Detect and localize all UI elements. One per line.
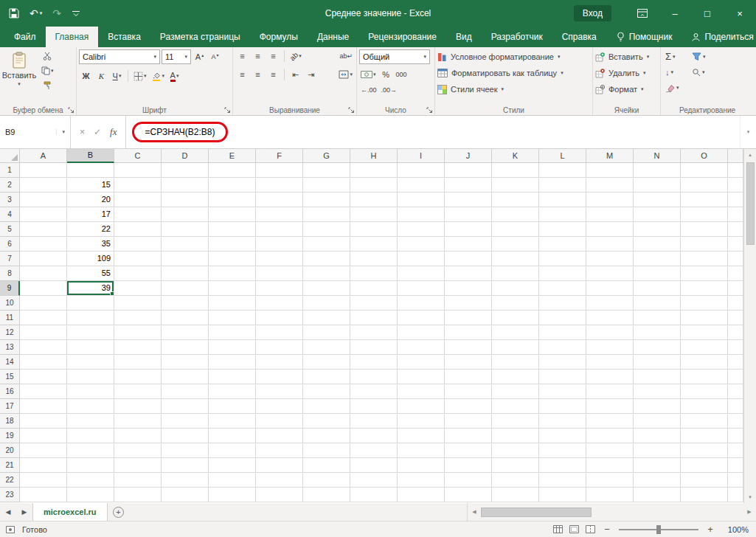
cell-O5[interactable] (681, 222, 728, 237)
cell-K6[interactable] (492, 237, 539, 252)
cell-H8[interactable] (350, 266, 398, 281)
cell-O18[interactable] (681, 414, 728, 429)
cell-I10[interactable] (398, 296, 445, 311)
cell-I3[interactable] (398, 193, 445, 207)
autosum-dropdown-icon[interactable]: ▾ (673, 54, 676, 60)
row-header-23[interactable]: 23 (0, 488, 20, 502)
cell-F15[interactable] (256, 370, 303, 384)
cell-M13[interactable] (586, 340, 634, 355)
cell-A8[interactable] (20, 266, 67, 281)
cell-I5[interactable] (398, 222, 445, 237)
alignment-dialog-launcher[interactable] (348, 107, 355, 114)
name-box[interactable]: B9 ▾ (0, 116, 71, 148)
cell-A18[interactable] (20, 414, 67, 429)
align-left-button[interactable]: ≡ (235, 68, 249, 81)
row-header-21[interactable]: 21 (0, 458, 20, 473)
font-size-dropdown-icon[interactable]: ▾ (181, 54, 187, 60)
cell-G6[interactable] (303, 237, 350, 252)
cell-B10[interactable] (67, 296, 114, 311)
cell-F19[interactable] (256, 429, 303, 443)
cell-C18[interactable] (114, 414, 162, 429)
row-header-11[interactable]: 11 (0, 311, 20, 325)
column-header-B[interactable]: B (67, 149, 114, 163)
cell-L15[interactable] (539, 370, 586, 384)
cell-A10[interactable] (20, 296, 67, 311)
view-page-layout-button[interactable] (569, 525, 579, 533)
view-normal-button[interactable] (553, 525, 563, 533)
cell-M1[interactable] (586, 163, 634, 178)
cell-K13[interactable] (492, 340, 539, 355)
zoom-slider[interactable] (619, 529, 698, 530)
grow-font-button[interactable]: А▴ (193, 50, 207, 63)
cell-A11[interactable] (20, 311, 67, 325)
cell-J16[interactable] (445, 384, 492, 399)
cell-E19[interactable] (209, 429, 256, 443)
row-header-2[interactable]: 2 (0, 178, 20, 193)
cell-B6[interactable]: 35 (67, 237, 114, 252)
bold-button[interactable]: Ж (79, 69, 93, 83)
horizontal-scrollbar-thumb[interactable] (481, 507, 592, 517)
cell-N17[interactable] (634, 399, 681, 414)
cell-J8[interactable] (445, 266, 492, 281)
cell-M2[interactable] (586, 178, 634, 193)
cell-B16[interactable] (67, 384, 114, 399)
cell-O23[interactable] (681, 488, 728, 502)
cell-D8[interactable] (162, 266, 209, 281)
cell-N16[interactable] (634, 384, 681, 399)
cell-K9[interactable] (492, 281, 539, 296)
cell-A14[interactable] (20, 355, 67, 370)
row-header-10[interactable]: 10 (0, 296, 20, 311)
cell-F23[interactable] (256, 488, 303, 502)
cell-K16[interactable] (492, 384, 539, 399)
cell-N7[interactable] (634, 252, 681, 266)
tab-page-layout[interactable]: Разметка страницы (150, 27, 250, 47)
cell-A5[interactable] (20, 222, 67, 237)
close-button[interactable]: × (724, 0, 756, 27)
cell-N19[interactable] (634, 429, 681, 443)
conditional-formatting-button[interactable]: Условное форматирование ▾ (437, 49, 590, 64)
minimize-button[interactable]: – (659, 0, 691, 27)
cell-I15[interactable] (398, 370, 445, 384)
cell-B18[interactable] (67, 414, 114, 429)
cell-K8[interactable] (492, 266, 539, 281)
cell-I2[interactable] (398, 178, 445, 193)
cell-B1[interactable] (67, 163, 114, 178)
cell-L22[interactable] (539, 473, 586, 488)
cell-N13[interactable] (634, 340, 681, 355)
cell-I16[interactable] (398, 384, 445, 399)
column-header-A[interactable]: A (20, 149, 67, 163)
cell-C2[interactable] (114, 178, 162, 193)
cell-H12[interactable] (350, 325, 398, 340)
delete-cells-dropdown-icon[interactable]: ▾ (643, 70, 646, 76)
cell-B23[interactable] (67, 488, 114, 502)
cell-H11[interactable] (350, 311, 398, 325)
cell-N6[interactable] (634, 237, 681, 252)
cell-O17[interactable] (681, 399, 728, 414)
cell-J12[interactable] (445, 325, 492, 340)
row-header-17[interactable]: 17 (0, 399, 20, 414)
cell-O12[interactable] (681, 325, 728, 340)
cell-C5[interactable] (114, 222, 162, 237)
cell-A9[interactable] (20, 281, 67, 296)
fill-dropdown-icon[interactable]: ▾ (671, 69, 674, 75)
cell-M23[interactable] (586, 488, 634, 502)
font-size-combo[interactable]: 11 ▾ (162, 49, 191, 64)
row-header-13[interactable]: 13 (0, 340, 20, 355)
number-format-combo[interactable]: Общий ▾ (359, 49, 430, 64)
cell-D15[interactable] (162, 370, 209, 384)
cell-G18[interactable] (303, 414, 350, 429)
row-header-7[interactable]: 7 (0, 252, 20, 266)
cell-A6[interactable] (20, 237, 67, 252)
cell-I8[interactable] (398, 266, 445, 281)
cell-G12[interactable] (303, 325, 350, 340)
maximize-button[interactable]: □ (691, 0, 724, 27)
insert-cells-button[interactable]: Вставить ▾ (595, 49, 658, 64)
cell-J9[interactable] (445, 281, 492, 296)
cell-I12[interactable] (398, 325, 445, 340)
cell-G21[interactable] (303, 458, 350, 473)
decrease-decimal-button[interactable]: .00→ (380, 83, 399, 97)
cell-O16[interactable] (681, 384, 728, 399)
row-header-16[interactable]: 16 (0, 384, 20, 399)
italic-button[interactable]: К (94, 69, 108, 83)
cell-G19[interactable] (303, 429, 350, 443)
